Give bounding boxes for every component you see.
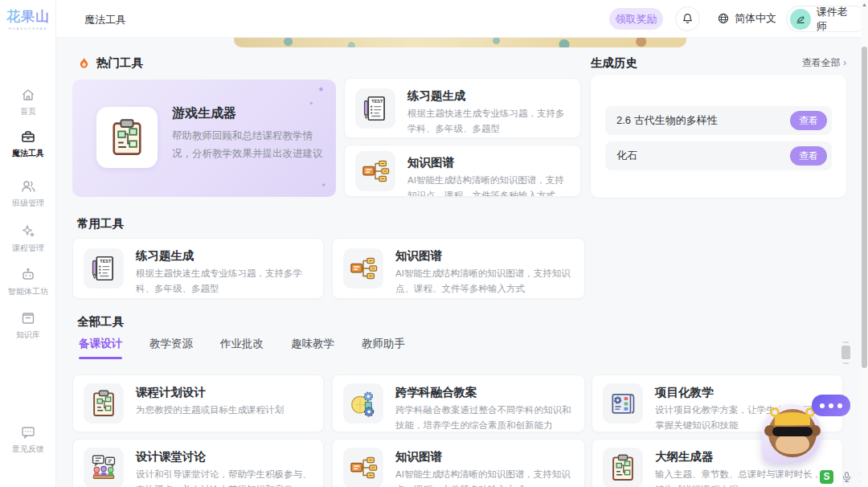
all-tools-title: 全部工具 bbox=[77, 314, 124, 329]
mindmap-icon bbox=[360, 156, 391, 186]
tool-title: 练习题生成 bbox=[407, 88, 466, 104]
app-logo[interactable]: 花果山 HUAGUOSHAN bbox=[0, 7, 56, 31]
tool-icon-tile bbox=[343, 248, 383, 289]
history-view-all-link[interactable]: 查看全部 bbox=[802, 56, 846, 70]
sidebar-item-course-management[interactable]: 课程管理 bbox=[0, 223, 56, 254]
tool-title: 设计课堂讨论 bbox=[136, 449, 206, 464]
sidebar-item-label: 智能体工坊 bbox=[0, 286, 56, 297]
tool-title: 知识图谱 bbox=[407, 155, 454, 170]
tool-icon-tile bbox=[603, 383, 643, 424]
sidebar-item-feedback[interactable]: 意见反馈 bbox=[0, 424, 56, 455]
scroll-up-arrow[interactable]: ▲ bbox=[862, 2, 867, 7]
page-title: 魔法工具 bbox=[84, 13, 126, 27]
feedback-icon bbox=[20, 424, 36, 440]
magic-tools-page: 花果山 HUAGUOSHAN 首页 魔法工具 班级管理 课程管理 智能体工坊 知… bbox=[0, 0, 868, 487]
tab-teacher-assistant[interactable]: 教师助手 bbox=[362, 337, 405, 359]
sidebar-item-label: 首页 bbox=[0, 106, 56, 117]
tool-card-classroom-discussion-design[interactable]: 设计课堂讨论 设计和引导课堂讨论，帮助学生积极参与、表达观点，并在讨论中获得知识… bbox=[72, 439, 324, 487]
tool-title: 游戏生成器 bbox=[172, 105, 236, 122]
tab-homework-grading[interactable]: 作业批改 bbox=[220, 337, 264, 359]
logo-title: 花果山 bbox=[0, 7, 56, 26]
mindmap-icon bbox=[348, 253, 379, 284]
topbar: 魔法工具 领取奖励 简体中文 课件老师 bbox=[56, 0, 868, 38]
tool-card-course-plan-design[interactable]: 课程计划设计 为您教授的主题或目标生成课程计划 bbox=[72, 374, 324, 432]
view-button[interactable]: 查看 bbox=[790, 146, 827, 166]
sidebar-item-label: 魔法工具 bbox=[0, 148, 56, 159]
flame-icon bbox=[77, 56, 91, 70]
project-board-icon bbox=[608, 388, 638, 419]
discussion-icon bbox=[88, 452, 119, 483]
sidebar-item-label: 知识库 bbox=[0, 329, 56, 341]
globe-icon bbox=[717, 12, 730, 25]
tool-card-knowledge-graph[interactable]: 知识图谱 AI智能生成结构清晰的知识图谱，支持知识点、课程、文件等多种输入方式 bbox=[332, 238, 585, 299]
logo-subtitle: HUAGUOSHAN bbox=[0, 27, 56, 31]
tab-teaching-resources[interactable]: 教学资源 bbox=[149, 337, 193, 359]
sidebar-item-agent-workshop[interactable]: 智能体工坊 bbox=[0, 267, 56, 297]
stamp-icon bbox=[794, 13, 807, 26]
tool-icon-tile bbox=[343, 383, 383, 424]
tool-description: 帮助教师回顾和总结课程教学情况，分析教学效果并提出改进建议 bbox=[172, 128, 326, 163]
sidebar-item-label: 班级管理 bbox=[0, 198, 56, 209]
user-menu[interactable]: 课件老师 bbox=[786, 6, 868, 32]
sogou-input-icon[interactable]: S bbox=[820, 470, 833, 484]
sidebar-item-label: 课程管理 bbox=[0, 243, 56, 254]
gears-icon bbox=[348, 388, 379, 419]
tool-icon-tile bbox=[96, 107, 158, 168]
page-scrollbar[interactable]: ▲ bbox=[861, 0, 868, 487]
archive-icon bbox=[20, 310, 36, 326]
sparkles-icon bbox=[20, 223, 36, 239]
clipboard-flow-icon bbox=[608, 452, 638, 483]
tool-icon-tile bbox=[355, 151, 395, 191]
clipboard-flow-icon bbox=[106, 117, 148, 158]
tool-card-exercise-generator[interactable]: 练习题生成 根据主题快速生成专业练习题，支持多学科、多年级、多题型 bbox=[72, 238, 324, 299]
history-title: 生成历史 bbox=[591, 55, 637, 71]
sidebar-item-home[interactable]: 首页 bbox=[0, 87, 56, 117]
generation-history-panel: 2.6 古代生物的多样性 查看 化石 查看 bbox=[591, 75, 846, 198]
assistant-mascot-button[interactable] bbox=[762, 395, 850, 469]
tool-icon-tile bbox=[84, 448, 124, 487]
sidebar-item-knowledge-base[interactable]: 知识库 bbox=[0, 310, 56, 341]
sidebar-item-magic-tools[interactable]: 魔法工具 bbox=[0, 129, 56, 159]
featured-tool-card-game-generator[interactable]: ✦ ✦ ✦ 游戏生成器 帮助教师回顾和总结课程教学情况，分析教学效果并提出改进建… bbox=[72, 80, 336, 197]
tool-card-knowledge-graph[interactable]: 知识图谱 AI智能生成结构清晰的知识图谱，支持知识点、课程、文件等多种输入方式 bbox=[332, 439, 585, 487]
tool-description: 设计和引导课堂讨论，帮助学生积极参与、表达观点，并在讨论中获得知识和启发 bbox=[136, 467, 313, 487]
claim-reward-button[interactable]: 领取奖励 bbox=[609, 8, 663, 30]
monkey-mascot-icon bbox=[768, 409, 817, 457]
magic-toolbox-icon bbox=[20, 129, 36, 145]
tool-title: 大纲生成器 bbox=[655, 449, 714, 464]
history-header: 生成历史 查看全部 bbox=[591, 55, 846, 71]
hot-tools-header: 热门工具 bbox=[77, 55, 143, 71]
tool-icon-tile bbox=[355, 88, 395, 129]
tool-title: 练习题生成 bbox=[136, 248, 194, 264]
clipboard-flow-icon bbox=[88, 388, 119, 419]
language-switcher[interactable]: 简体中文 bbox=[717, 11, 776, 26]
mindmap-icon bbox=[348, 452, 379, 483]
tool-card-interdisciplinary-lesson-plan[interactable]: 跨学科融合教案 跨学科融合教案通过整合不同学科的知识和技能，培养学生的综合素质和… bbox=[332, 374, 585, 432]
tool-description: AI智能生成结构清晰的知识图谱，支持知识点、课程、文件等多种输入方式 bbox=[407, 173, 571, 197]
all-tools-tabs: 备课设计 教学资源 作业批改 趣味教学 教师助手 bbox=[79, 337, 405, 359]
notifications-button[interactable] bbox=[675, 6, 700, 31]
view-button[interactable]: 查看 bbox=[790, 111, 827, 130]
tab-lesson-prep-design[interactable]: 备课设计 bbox=[79, 337, 122, 359]
tool-title: 项目化教学 bbox=[655, 385, 714, 400]
star-decoration: ✦ bbox=[321, 182, 326, 189]
tool-card-knowledge-graph[interactable]: 知识图谱 AI智能生成结构清晰的知识图谱，支持知识点、课程、文件等多种输入方式 bbox=[344, 145, 581, 197]
history-item[interactable]: 2.6 古代生物的多样性 查看 bbox=[605, 106, 832, 135]
sidebar-item-class-management[interactable]: 班级管理 bbox=[0, 178, 56, 209]
banner-artwork[interactable] bbox=[234, 38, 686, 47]
tool-icon-tile bbox=[84, 383, 124, 424]
sidebar: 花果山 HUAGUOSHAN 首页 魔法工具 班级管理 课程管理 智能体工坊 知… bbox=[0, 0, 56, 487]
history-item[interactable]: 化石 查看 bbox=[605, 141, 832, 170]
tool-title: 知识图谱 bbox=[395, 248, 442, 264]
tool-title: 跨学科融合教案 bbox=[395, 385, 477, 400]
microphone-icon[interactable] bbox=[841, 471, 853, 483]
tool-title: 知识图谱 bbox=[395, 449, 442, 464]
scrollbar-thumb[interactable] bbox=[841, 346, 850, 359]
typing-dots-bubble bbox=[812, 395, 850, 416]
home-icon bbox=[20, 87, 36, 103]
tab-fun-teaching[interactable]: 趣味教学 bbox=[291, 337, 334, 359]
tools-scrollbar[interactable] bbox=[841, 342, 851, 364]
tool-description: 根据主题快速生成专业练习题，支持多学科、多年级、多题型 bbox=[136, 266, 313, 297]
page-scrollbar-thumb[interactable] bbox=[862, 47, 867, 368]
tool-card-exercise-generator[interactable]: 练习题生成 根据主题快速生成专业练习题，支持多学科、多年级、多题型 bbox=[344, 78, 581, 138]
